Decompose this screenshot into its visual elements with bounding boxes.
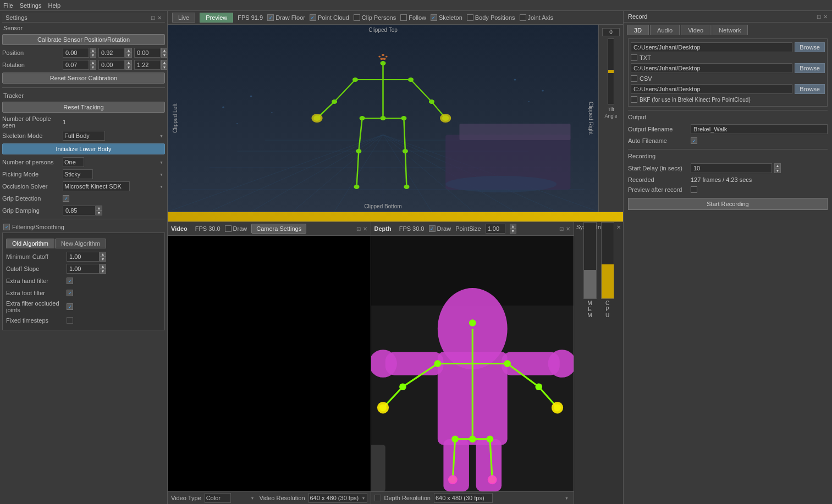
init-lower-body-button[interactable]: Initialize Lower Body — [2, 143, 165, 154]
extra-occluded-checkbox[interactable]: ✓ — [67, 303, 73, 310]
occlusion-select[interactable]: Microsoft Kinect SDK Custom — [63, 181, 130, 191]
reset-sensor-calibration-button[interactable]: Reset Sensor Calibration — [2, 73, 165, 84]
tab-video[interactable]: Video — [681, 25, 710, 35]
rot-y-down[interactable]: ▼ — [125, 65, 132, 70]
menu-help[interactable]: Help — [48, 2, 60, 9]
depth-pointsize-up[interactable]: ▲ — [510, 224, 516, 229]
tab-network[interactable]: Network — [712, 25, 748, 35]
depth-toggle-checkbox[interactable] — [374, 495, 381, 501]
video-resolution-select[interactable]: 640 x 480 (30 fps) — [308, 493, 367, 503]
grip-detection-checkbox[interactable]: ✓ — [63, 195, 69, 202]
output-filename-input[interactable] — [691, 124, 828, 134]
point-cloud-checkbox[interactable]: ✓ — [310, 14, 316, 21]
rot-z-up[interactable]: ▲ — [161, 60, 168, 65]
pos-y-input[interactable] — [98, 48, 125, 58]
min-cutoff-down[interactable]: ▼ — [100, 257, 106, 262]
cutoff-slope-up[interactable]: ▲ — [100, 264, 106, 269]
rot-x-input[interactable] — [63, 60, 89, 70]
clip-persons-checkbox[interactable] — [354, 14, 360, 21]
depth-draw-checkbox[interactable]: ✓ — [429, 225, 436, 232]
depth-close[interactable]: ✕ — [566, 226, 570, 232]
rot-x-up[interactable]: ▲ — [90, 60, 96, 65]
auto-filename-checkbox[interactable]: ✓ — [691, 137, 697, 144]
old-algorithm-tab[interactable]: Old Algorithm — [6, 239, 54, 248]
grip-damping-input[interactable] — [63, 206, 96, 215]
live-tab[interactable]: Live — [172, 13, 195, 23]
min-cutoff-input[interactable] — [67, 252, 100, 262]
extra-foot-checkbox[interactable]: ✓ — [67, 290, 73, 296]
start-recording-button[interactable]: Start Recording — [628, 198, 828, 210]
tab-3d[interactable]: 3D — [627, 25, 649, 35]
rot-z-input[interactable] — [134, 60, 161, 70]
tilt-slider-track[interactable] — [608, 38, 614, 104]
video-maximize[interactable]: ⊡ — [356, 226, 361, 232]
record-close[interactable]: ✕ — [823, 14, 828, 20]
settings-maximize[interactable]: ⊡ — [151, 15, 155, 21]
pos-x-input[interactable] — [63, 48, 89, 58]
depth-pointsize-down[interactable]: ▼ — [510, 229, 516, 234]
path-input-3[interactable] — [631, 84, 792, 94]
bkf-checkbox[interactable] — [631, 96, 637, 103]
main-viewport[interactable]: Clipped Top — [168, 25, 598, 212]
browse-btn-2[interactable]: Browse — [795, 63, 825, 73]
svg-point-96 — [551, 402, 563, 413]
filtering-checkbox[interactable]: ✓ — [3, 224, 10, 230]
camera-settings-button[interactable]: Camera Settings — [251, 224, 306, 234]
new-algorithm-tab[interactable]: New Algorithm — [55, 239, 106, 248]
min-cutoff-up[interactable]: ▲ — [100, 252, 106, 257]
grip-damping-up[interactable]: ▲ — [96, 206, 102, 211]
depth-maximize[interactable]: ⊡ — [559, 226, 564, 232]
draw-floor-checkbox[interactable]: ✓ — [267, 14, 274, 21]
body-positions-checkbox[interactable] — [467, 14, 473, 21]
pos-y-up[interactable]: ▲ — [125, 48, 132, 53]
extra-hand-checkbox[interactable]: ✓ — [67, 278, 73, 284]
depth-pointsize-input[interactable] — [486, 224, 505, 234]
num-persons-select[interactable]: One Two — [63, 157, 84, 167]
video-draw-checkbox[interactable] — [225, 225, 232, 232]
picking-mode-select[interactable]: Sticky Closest — [63, 169, 93, 179]
csv-checkbox[interactable] — [631, 75, 637, 82]
skeleton-mode-select[interactable]: Full Body Upper Body — [63, 131, 105, 141]
fixed-timesteps-checkbox[interactable] — [67, 317, 73, 324]
tilt-value-input[interactable] — [602, 28, 620, 36]
joint-axis-checkbox[interactable] — [520, 14, 526, 21]
start-delay-input[interactable] — [691, 163, 772, 173]
preview-after-checkbox[interactable] — [691, 186, 697, 193]
browse-btn-3[interactable]: Browse — [795, 84, 825, 94]
preview-tab[interactable]: Preview — [200, 13, 233, 23]
timeline-bar[interactable] — [168, 212, 623, 221]
path-input-2[interactable] — [631, 63, 792, 73]
menu-file[interactable]: File — [3, 2, 13, 9]
path-input-1[interactable] — [631, 42, 792, 52]
video-close[interactable]: ✕ — [363, 226, 367, 232]
tab-audio[interactable]: Audio — [650, 25, 680, 35]
rot-y-input[interactable] — [98, 60, 125, 70]
pos-z-up[interactable]: ▲ — [161, 48, 168, 53]
follow-checkbox[interactable] — [400, 14, 407, 21]
video-view — [168, 236, 371, 491]
pos-z-input[interactable] — [134, 48, 161, 58]
rot-y-up[interactable]: ▲ — [125, 60, 132, 65]
skeleton-checkbox[interactable]: ✓ — [431, 14, 437, 21]
pos-z-down[interactable]: ▼ — [161, 53, 168, 58]
txt-checkbox[interactable] — [631, 54, 637, 61]
video-type-select[interactable]: Color Depth — [205, 493, 231, 503]
rot-z-down[interactable]: ▼ — [161, 65, 168, 70]
pos-x-down[interactable]: ▼ — [90, 53, 96, 58]
cutoff-slope-down[interactable]: ▼ — [100, 269, 106, 274]
pos-x-up[interactable]: ▲ — [90, 48, 96, 53]
menu-settings[interactable]: Settings — [20, 2, 42, 9]
rot-x-down[interactable]: ▼ — [90, 65, 96, 70]
start-delay-down[interactable]: ▼ — [774, 168, 781, 173]
grip-damping-down[interactable]: ▼ — [96, 211, 102, 215]
pos-y-down[interactable]: ▼ — [125, 53, 132, 58]
cutoff-slope-input[interactable] — [67, 264, 100, 274]
depth-resolution-select[interactable]: 640 x 480 (30 fps) — [434, 493, 493, 503]
calibrate-sensor-button[interactable]: Calibrate Sensor Position/Rotation — [2, 34, 165, 45]
browse-btn-1[interactable]: Browse — [795, 42, 825, 52]
record-maximize[interactable]: ⊡ — [817, 14, 821, 20]
sysinfo-close[interactable]: ✕ — [616, 224, 621, 230]
settings-close[interactable]: ✕ — [157, 15, 162, 21]
start-delay-up[interactable]: ▲ — [774, 163, 781, 168]
reset-tracking-button[interactable]: Reset Tracking — [2, 102, 165, 113]
